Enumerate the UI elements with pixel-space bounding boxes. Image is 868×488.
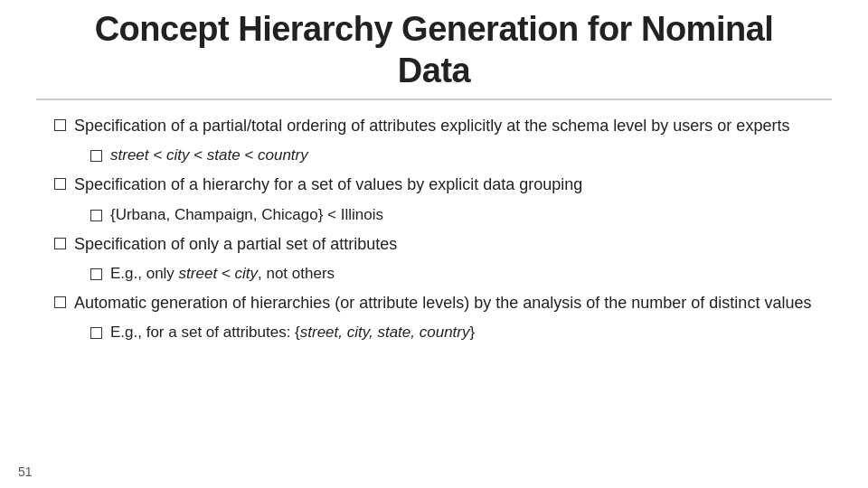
bullet-text: Specification of a partial/total orderin… [74, 115, 789, 136]
sub-bullet-text: E.g., only street < city, not others [110, 264, 335, 285]
list-item: Automatic generation of hierarchies (or … [54, 292, 832, 314]
sub-bullet-icon [90, 205, 110, 224]
bullet-text: Specification of a hierarchy for a set o… [74, 174, 582, 195]
slide-number: 51 [18, 465, 33, 479]
list-item: street < city < state < country [90, 145, 832, 166]
content-area: Specification of a partial/total orderin… [36, 115, 832, 343]
list-item: {Urbana, Champaign, Chicago} < Illinois [90, 205, 832, 226]
list-item: Specification of a partial/total orderin… [54, 115, 832, 136]
bullet-text: Specification of only a partial set of a… [74, 233, 397, 255]
sub-bullet-icon [90, 264, 110, 283]
bullet-icon [54, 115, 74, 134]
title-area: Concept Hierarchy Generation for Nominal… [36, 0, 832, 100]
title-line2: Data [398, 52, 470, 89]
title-line1: Concept Hierarchy Generation for Nominal [95, 10, 774, 48]
slide-container: Concept Hierarchy Generation for Nominal… [0, 0, 868, 488]
list-item: E.g., only street < city, not others [90, 264, 832, 285]
sub-bullet-icon [90, 145, 110, 164]
sub-bullet-text: street < city < state < country [110, 145, 308, 166]
sub-bullet-icon [90, 323, 110, 342]
list-item: Specification of a hierarchy for a set o… [54, 174, 832, 195]
list-item: E.g., for a set of attributes: {street, … [90, 323, 832, 343]
bullet-icon [54, 292, 74, 311]
sub-bullet-text: E.g., for a set of attributes: {street, … [110, 323, 475, 343]
bullet-icon [54, 174, 74, 192]
bullet-text: Automatic generation of hierarchies (or … [74, 292, 811, 314]
sub-bullet-text: {Urbana, Champaign, Chicago} < Illinois [110, 205, 383, 226]
list-item: Specification of only a partial set of a… [54, 233, 832, 255]
bullet-icon [54, 233, 74, 252]
slide-title: Concept Hierarchy Generation for Nominal… [36, 9, 832, 91]
